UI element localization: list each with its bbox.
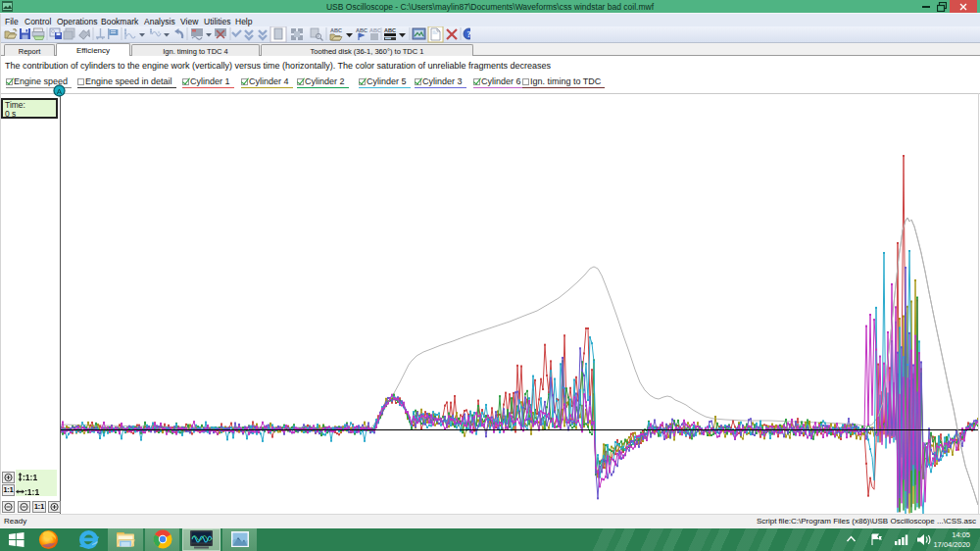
svg-text:ABC: ABC bbox=[330, 27, 342, 33]
svg-text:ABC: ABC bbox=[384, 27, 396, 33]
svg-text:?: ? bbox=[466, 29, 470, 39]
svg-text:ABC: ABC bbox=[356, 27, 368, 33]
svg-text:A: A bbox=[57, 87, 63, 96]
svg-text:ABC: ABC bbox=[369, 27, 381, 33]
